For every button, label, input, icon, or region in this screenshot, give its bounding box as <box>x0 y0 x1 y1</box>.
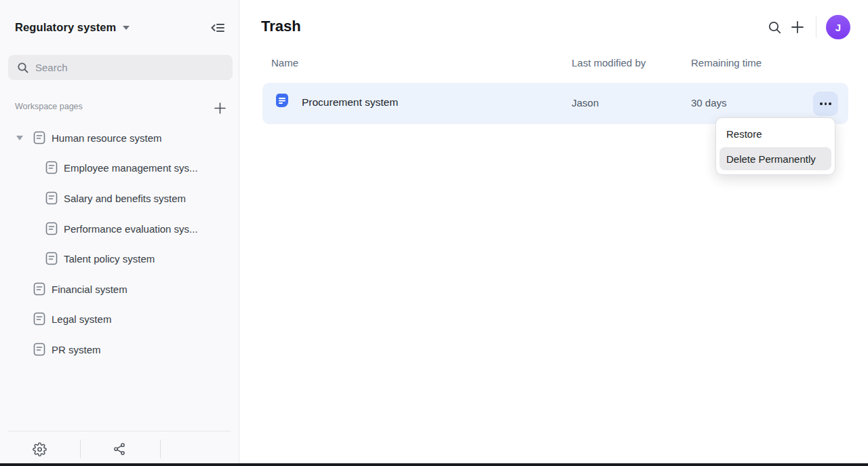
tree-item-label: PR system <box>52 344 101 355</box>
header-separator <box>816 16 816 38</box>
plus-icon <box>214 102 226 115</box>
sidebar-footer <box>0 435 239 463</box>
menu-item-delete-permanently[interactable]: Delete Permanently <box>719 147 831 170</box>
add-page-button[interactable] <box>211 99 229 117</box>
column-header-last-modified: Last modified by <box>572 57 646 69</box>
row-more-button[interactable] <box>813 92 838 116</box>
search-button[interactable] <box>763 16 786 39</box>
avatar[interactable]: J <box>826 15 850 39</box>
tree-item-employee-management[interactable]: Employee management sys... <box>0 155 239 180</box>
tree-item-pr-system[interactable]: PR system <box>0 337 239 362</box>
sidebar: Regulatory system Workspace pages <box>0 0 239 463</box>
tree-item-human-resource-system[interactable]: Human resource system <box>0 125 239 150</box>
settings-button[interactable] <box>0 435 79 463</box>
tree-item-performance-evaluation[interactable]: Performance evaluation sys... <box>0 216 239 241</box>
page-title: Trash <box>261 18 301 35</box>
tree-item-talent-policy[interactable]: Talent policy system <box>0 246 239 271</box>
row-context-menu: Restore Delete Permanently <box>715 117 835 175</box>
doc-icon <box>45 252 58 265</box>
workspace-pages-section: Workspace pages <box>0 99 239 117</box>
row-name: Procurement system <box>302 96 398 109</box>
row-last-modified-by: Jason <box>572 97 599 109</box>
footer-separator <box>80 440 81 459</box>
window-bottom-edge <box>0 463 868 466</box>
gear-icon <box>33 442 47 457</box>
trash-table-header: Name Last modified by Remaining time <box>240 57 868 72</box>
menu-item-restore[interactable]: Restore <box>719 122 831 145</box>
doc-icon <box>45 161 58 174</box>
doc-icon <box>33 131 46 144</box>
header-actions: J <box>763 15 850 39</box>
share-icon <box>113 442 126 456</box>
tree-item-label: Talent policy system <box>64 253 155 265</box>
search-icon <box>17 62 29 74</box>
tree-item-label: Employee management sys... <box>64 162 198 174</box>
doc-icon <box>33 312 46 326</box>
doc-icon <box>33 343 46 356</box>
tree-item-label: Financial system <box>52 284 127 295</box>
tree-item-label: Salary and benefits system <box>64 193 186 204</box>
collapse-sidebar-icon <box>210 22 225 34</box>
expand-arrow-icon[interactable] <box>14 136 26 140</box>
search-input[interactable] <box>35 62 205 73</box>
column-header-name: Name <box>271 57 298 69</box>
tree-item-label: Legal system <box>52 313 111 325</box>
tree-item-label: Human resource system <box>52 132 162 144</box>
plus-icon <box>790 20 805 35</box>
chevron-down-icon <box>123 26 130 30</box>
sidebar-search[interactable] <box>8 55 233 80</box>
column-header-remaining-time: Remaining time <box>691 57 762 69</box>
tree-item-label: Performance evaluation sys... <box>64 223 198 235</box>
footer-divider <box>8 431 231 431</box>
new-page-button[interactable] <box>786 16 809 39</box>
workspace-switcher[interactable]: Regulatory system <box>15 14 130 41</box>
more-dots-icon <box>820 102 823 105</box>
search-icon <box>768 20 782 35</box>
main-panel: Trash J Name Last modified by Remaining … <box>240 0 868 463</box>
row-remaining-time: 30 days <box>691 97 727 109</box>
doc-icon-blue <box>273 92 291 109</box>
workspace-name: Regulatory system <box>15 21 116 34</box>
workspace-pages-label: Workspace pages <box>15 102 83 111</box>
tree-item-salary-benefits[interactable]: Salary and benefits system <box>0 186 239 210</box>
tree-item-legal-system[interactable]: Legal system <box>0 307 239 331</box>
doc-icon <box>45 191 58 205</box>
tree-item-financial-system[interactable]: Financial system <box>0 277 239 301</box>
collapse-sidebar-button[interactable] <box>208 19 227 37</box>
doc-icon <box>45 222 58 235</box>
workspace-header: Regulatory system <box>0 14 239 41</box>
share-button[interactable] <box>79 435 159 463</box>
doc-icon <box>33 282 46 296</box>
